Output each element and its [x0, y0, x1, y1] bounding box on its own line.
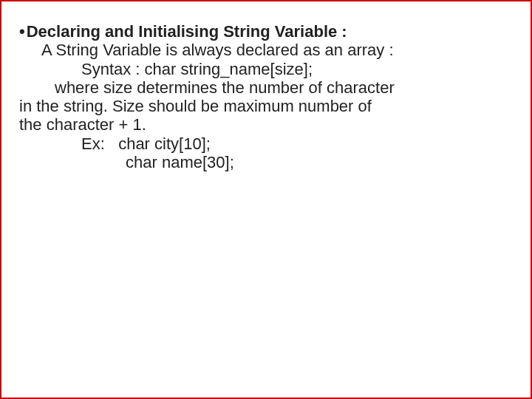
slide-content: • Declaring and Initialising String Vari… — [1, 1, 531, 171]
body-line-3: where size determines the number of char… — [55, 78, 513, 97]
example-line-1: Ex: char city[10]; — [81, 134, 513, 153]
bullet-icon: • — [19, 22, 25, 41]
body-line-1: A String Variable is always declared as … — [41, 41, 513, 59]
example-label: Ex: — [81, 134, 105, 153]
syntax-line: Syntax : char string_name[size]; — [81, 60, 513, 78]
example-code-2: char name[30]; — [126, 153, 513, 171]
body-line-4: in the string. Size should be maximum nu… — [19, 97, 513, 115]
body-line-5: the character + 1. — [19, 115, 513, 134]
example-code-1: char city[10]; — [118, 134, 211, 153]
heading-row: • Declaring and Initialising String Vari… — [19, 22, 513, 41]
heading-text: Declaring and Initialising String Variab… — [27, 22, 347, 41]
